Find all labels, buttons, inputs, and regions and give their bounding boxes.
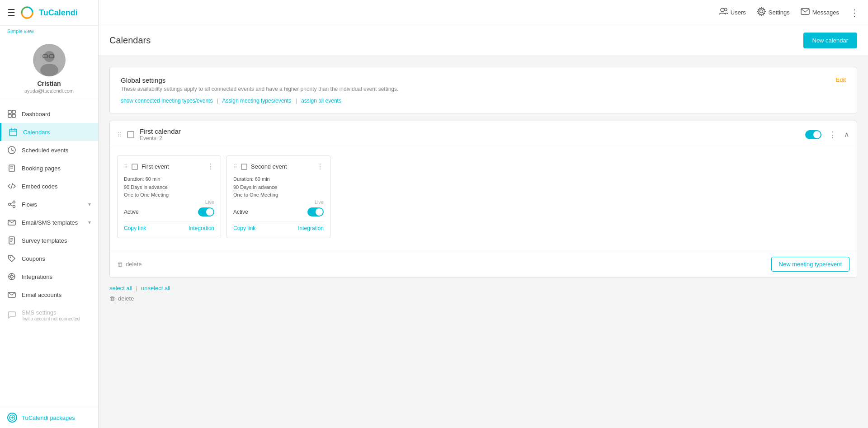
event-name-1: Second event [251, 163, 313, 170]
event-advance-1: 90 Days in advance [233, 183, 324, 192]
sidebar-item-email-sms-templates[interactable]: Email/SMS templates ▾ [0, 213, 98, 231]
global-settings-edit[interactable]: Edit [836, 76, 846, 83]
show-connected-link[interactable]: show connected meeting types/events [121, 98, 212, 104]
sidebar-item-embed-codes[interactable]: Embed codes [0, 177, 98, 195]
event-card-1: ⠿ Second event ⋮ Duration: 60 min 90 Day… [226, 155, 330, 238]
chevron-down-icon-2: ▾ [88, 219, 91, 226]
event-active-row-1: Active [233, 207, 324, 216]
sidebar-item-scheduled-events[interactable]: Scheduled events [0, 141, 98, 159]
mail-icon [7, 218, 16, 227]
event-checkbox-0[interactable] [132, 164, 138, 170]
event-drag-handle-0[interactable]: ⠿ [124, 164, 128, 170]
sidebar-item-coupons-label: Coupons [22, 255, 91, 262]
nav-menu: Dashboard Calendars Scheduled events Boo… [0, 101, 98, 407]
event-details-1: Duration: 60 min 90 Days in advance One … [233, 175, 324, 199]
event-status-row-0: Live [124, 199, 214, 205]
svg-point-45 [760, 10, 763, 13]
sidebar-item-sms-settings[interactable]: SMS settings Twilio account not connecte… [0, 304, 98, 326]
calendar-events-count-0: Events: 2 [140, 135, 800, 141]
svg-point-22 [13, 201, 15, 203]
grid-icon [7, 109, 16, 118]
calendar-icon [9, 127, 18, 136]
mail-topbar-icon [801, 7, 810, 18]
svg-point-24 [9, 203, 11, 206]
page-title: Calendars [109, 35, 151, 46]
event-integration-link-0[interactable]: Integration [189, 225, 214, 231]
event-integration-link-1[interactable]: Integration [298, 225, 324, 231]
event-live-badge-0: Live [205, 199, 214, 205]
event-duration-1: Duration: 60 min [233, 175, 324, 183]
sidebar-item-email-accounts[interactable]: Email accounts [0, 286, 98, 304]
calendar-delete-button-0[interactable]: 🗑 delete [117, 261, 142, 268]
topbar-more-icon[interactable]: ⋮ [850, 7, 859, 18]
event-more-0[interactable]: ⋮ [207, 162, 214, 171]
sidebar-item-calendars[interactable]: Calendars [0, 123, 98, 141]
settings-icon [757, 7, 766, 18]
svg-rect-9 [8, 114, 11, 118]
event-checkbox-1[interactable] [241, 164, 247, 170]
calendar-drag-handle[interactable]: ⠿ [117, 131, 122, 138]
sidebar-item-email-accounts-label: Email accounts [22, 292, 91, 298]
event-copy-link-0[interactable]: Copy link [124, 225, 146, 231]
topbar-settings[interactable]: Settings [757, 7, 790, 18]
calendar-checkbox-0[interactable] [127, 131, 134, 138]
avatar-image [33, 44, 66, 76]
event-more-1[interactable]: ⋮ [316, 162, 324, 171]
assign-all-link[interactable]: assign all events [301, 98, 341, 104]
packages-link[interactable]: TuCalendi packages [7, 413, 91, 423]
event-card-header-0: ⠿ First event ⋮ [124, 162, 214, 171]
svg-point-34 [10, 275, 13, 278]
hamburger-icon[interactable]: ☰ [7, 7, 15, 18]
event-drag-handle-1[interactable]: ⠿ [233, 164, 237, 170]
sidebar-item-integrations-label: Integrations [22, 273, 91, 280]
sidebar-header: ☰ TuCalendi [0, 0, 98, 26]
svg-point-44 [724, 8, 727, 11]
topbar: Users Settings Messages ⋮ [99, 0, 868, 25]
sidebar-item-integrations[interactable]: Integrations [0, 268, 98, 286]
sidebar: ☰ TuCalendi Simple view Cristian ayuda@t… [0, 0, 99, 428]
calendar-card-0: ⠿ First calendar Events: 2 ⋮ ∧ [109, 121, 857, 277]
sidebar-item-dashboard[interactable]: Dashboard [0, 105, 98, 123]
sidebar-item-dashboard-label: Dashboard [22, 111, 91, 118]
global-settings-title: Global settings [121, 76, 398, 84]
event-toggle-1[interactable] [307, 207, 324, 216]
avatar [33, 44, 66, 76]
sidebar-item-scheduled-events-label: Scheduled events [22, 147, 91, 154]
user-name: Cristian [37, 80, 61, 87]
unselect-all-link[interactable]: unselect all [141, 285, 170, 292]
event-name-0: First event [142, 163, 203, 170]
calendar-more-button-0[interactable]: ⋮ [827, 130, 839, 140]
event-copy-link-1[interactable]: Copy link [233, 225, 255, 231]
topbar-users-label: Users [731, 9, 746, 16]
svg-point-3 [40, 64, 58, 76]
select-all-link[interactable]: select all [109, 285, 132, 292]
event-meeting-type-0: One to One Meeting [124, 191, 214, 199]
svg-point-23 [13, 206, 15, 208]
event-toggle-0[interactable] [198, 207, 214, 216]
sidebar-item-flows[interactable]: Flows ▾ [0, 195, 98, 213]
new-event-button-0[interactable]: New meeting type/event [771, 257, 849, 272]
topbar-messages[interactable]: Messages [801, 7, 839, 18]
calendar-toggle-0[interactable] [805, 130, 821, 139]
simple-view-link[interactable]: Simple view [0, 26, 98, 37]
chat-icon [7, 310, 16, 320]
sidebar-item-survey-templates[interactable]: Survey templates [0, 231, 98, 249]
calendar-collapse-button-0[interactable]: ∧ [844, 130, 849, 139]
events-grid-0: ⠿ First event ⋮ Duration: 60 min 90 Days… [110, 148, 857, 251]
svg-line-25 [10, 205, 13, 206]
new-calendar-button[interactable]: New calendar [803, 33, 858, 48]
topbar-users[interactable]: Users [719, 7, 746, 18]
sidebar-item-sms-sub-label: Twilio account not connected [22, 316, 91, 321]
sidebar-item-sms-settings-label: SMS settings [22, 309, 57, 316]
event-active-row-0: Active [124, 207, 214, 216]
integrations-icon [7, 272, 16, 281]
calendar-name-0: First calendar [140, 127, 800, 135]
delete-main-button[interactable]: 🗑 delete [109, 295, 857, 302]
assign-meeting-link[interactable]: Assign meeting types/events [222, 98, 292, 104]
sidebar-item-booking-pages[interactable]: Booking pages [0, 159, 98, 177]
sidebar-item-coupons[interactable]: Coupons [0, 249, 98, 268]
sidebar-item-embed-codes-label: Embed codes [22, 183, 91, 190]
global-settings-top: Global settings These availability setti… [121, 76, 846, 92]
svg-line-17 [12, 150, 14, 151]
calendar-delete-label-0: delete [126, 261, 142, 268]
